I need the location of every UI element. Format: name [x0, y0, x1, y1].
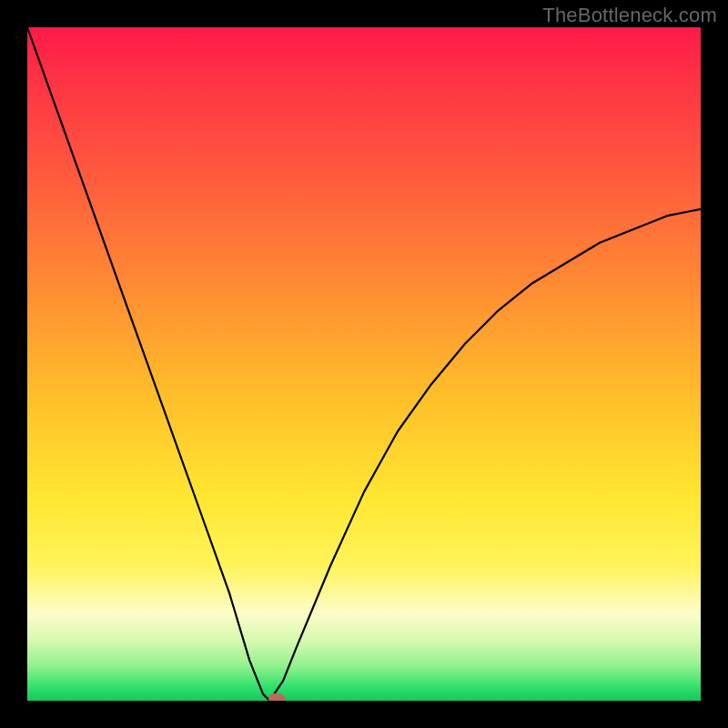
chart-frame: TheBottleneck.com: [0, 0, 728, 728]
plot-area: [27, 27, 701, 701]
curve-path: [27, 27, 701, 701]
bottleneck-curve: [27, 27, 701, 701]
watermark-text: TheBottleneck.com: [542, 4, 717, 27]
min-marker: [268, 693, 285, 701]
